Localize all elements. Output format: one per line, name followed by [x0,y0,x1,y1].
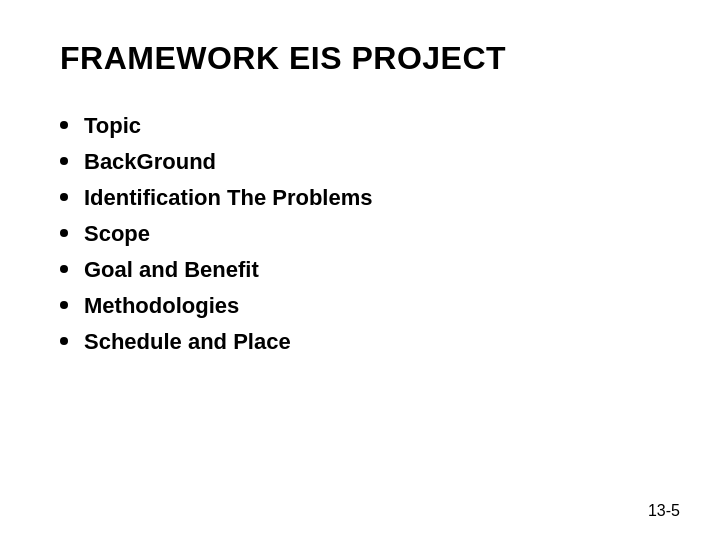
bullet-dot-icon [60,265,68,273]
list-item: Methodologies [60,293,660,319]
bullet-dot-icon [60,301,68,309]
bullet-dot-icon [60,337,68,345]
slide-title: FRAMEWORK EIS PROJECT [60,40,660,77]
list-item-text: Identification The Problems [84,185,372,211]
list-item-text: Schedule and Place [84,329,291,355]
list-item-text: Methodologies [84,293,239,319]
slide-number: 13-5 [648,502,680,520]
list-item-text: Topic [84,113,141,139]
list-item: Schedule and Place [60,329,660,355]
list-item-text: BackGround [84,149,216,175]
list-item: Identification The Problems [60,185,660,211]
list-item-text: Scope [84,221,150,247]
bullet-dot-icon [60,229,68,237]
bullet-list: TopicBackGroundIdentification The Proble… [60,113,660,355]
list-item: Topic [60,113,660,139]
list-item: Scope [60,221,660,247]
bullet-dot-icon [60,157,68,165]
list-item: BackGround [60,149,660,175]
list-item-text: Goal and Benefit [84,257,259,283]
bullet-dot-icon [60,121,68,129]
slide: FRAMEWORK EIS PROJECT TopicBackGroundIde… [0,0,720,540]
bullet-dot-icon [60,193,68,201]
list-item: Goal and Benefit [60,257,660,283]
